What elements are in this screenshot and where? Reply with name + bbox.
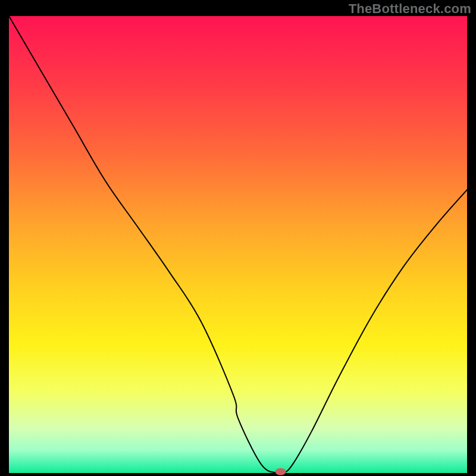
optimal-marker bbox=[275, 468, 286, 475]
plot-background bbox=[9, 16, 467, 473]
bottleneck-chart bbox=[0, 0, 476, 476]
watermark-text: TheBottleneck.com bbox=[349, 1, 471, 17]
chart-container: TheBottleneck.com bbox=[0, 0, 476, 476]
